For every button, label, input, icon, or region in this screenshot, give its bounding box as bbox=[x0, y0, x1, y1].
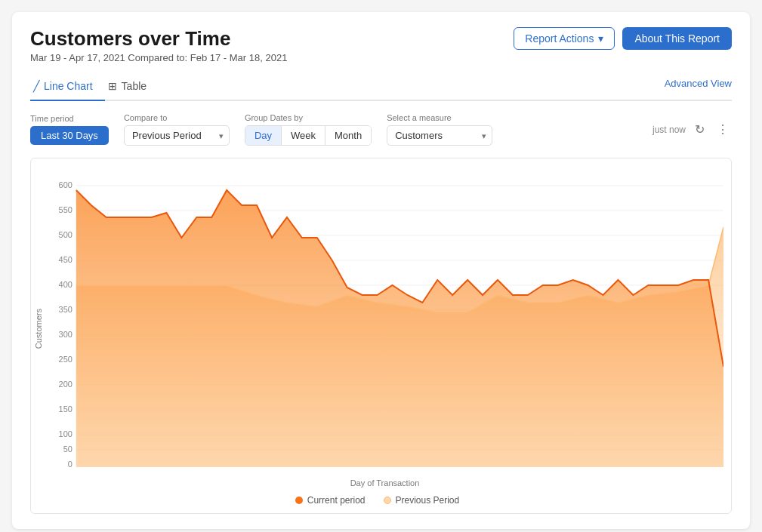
chart-svg: 600 550 500 450 400 350 300 250 200 150 … bbox=[46, 171, 723, 472]
refresh-button[interactable]: ↻ bbox=[692, 121, 708, 138]
report-actions-label: Report Actions bbox=[525, 32, 594, 45]
previous-period-dot bbox=[384, 497, 391, 504]
compare-to-group: Compare to Previous Period No Comparison… bbox=[124, 113, 230, 146]
current-period-dot bbox=[295, 497, 303, 504]
compare-to-label: Compare to bbox=[124, 113, 230, 122]
compare-to-select[interactable]: Previous Period No Comparison bbox=[124, 125, 230, 146]
page-container: Customers over Time Mar 19 - Apr 17, 202… bbox=[12, 12, 750, 529]
about-report-label: About This Report bbox=[634, 32, 720, 45]
svg-text:450: 450 bbox=[59, 255, 72, 264]
svg-text:200: 200 bbox=[59, 380, 72, 389]
advanced-view-link[interactable]: Advanced View bbox=[665, 78, 732, 97]
table-icon: ⊞ bbox=[108, 80, 117, 92]
svg-text:600: 600 bbox=[59, 180, 72, 189]
x-axis-label: Day of Transaction bbox=[46, 478, 723, 487]
more-options-button[interactable]: ⋮ bbox=[714, 121, 732, 138]
time-period-group: Time period Last 30 Days bbox=[30, 114, 109, 145]
tabs: ╱ Line Chart ⊞ Table bbox=[30, 74, 159, 100]
measure-label: Select a measure bbox=[387, 113, 492, 122]
title-section: Customers over Time Mar 19 - Apr 17, 202… bbox=[30, 27, 287, 63]
legend-previous: Previous Period bbox=[384, 495, 460, 506]
chart-content: 600 550 500 450 400 350 300 250 200 150 … bbox=[46, 171, 723, 487]
line-chart-icon: ╱ bbox=[33, 80, 39, 92]
svg-marker-26 bbox=[76, 190, 723, 467]
compare-to-select-wrapper: Previous Period No Comparison ▾ bbox=[124, 125, 230, 146]
measure-group: Select a measure Customers Revenue Order… bbox=[387, 113, 492, 146]
svg-text:100: 100 bbox=[59, 429, 72, 438]
chart-legend: Current period Previous Period bbox=[31, 495, 723, 506]
svg-text:400: 400 bbox=[59, 280, 72, 289]
about-report-button[interactable]: About This Report bbox=[622, 27, 732, 50]
svg-text:550: 550 bbox=[59, 205, 72, 214]
chart-inner: Customers bbox=[31, 171, 723, 487]
group-dates-group: Group Dates by Day Week Month bbox=[245, 113, 372, 146]
previous-period-label: Previous Period bbox=[396, 495, 460, 506]
svg-text:0: 0 bbox=[68, 460, 72, 469]
group-dates-label: Group Dates by bbox=[245, 113, 372, 122]
measure-select[interactable]: Customers Revenue Orders bbox=[387, 125, 492, 146]
svg-text:350: 350 bbox=[59, 305, 72, 314]
header-row: Customers over Time Mar 19 - Apr 17, 202… bbox=[30, 27, 732, 63]
svg-text:50: 50 bbox=[63, 444, 72, 454]
time-period-label: Time period bbox=[30, 114, 109, 123]
svg-text:250: 250 bbox=[59, 355, 72, 364]
report-actions-button[interactable]: Report Actions ▾ bbox=[514, 27, 615, 50]
chevron-down-icon: ▾ bbox=[598, 32, 603, 45]
y-axis-label: Customers bbox=[31, 309, 46, 349]
time-period-button[interactable]: Last 30 Days bbox=[30, 126, 109, 145]
tab-line-chart-label: Line Chart bbox=[44, 80, 93, 92]
svg-text:300: 300 bbox=[59, 330, 72, 339]
controls-right: just now ↻ ⋮ bbox=[652, 121, 732, 138]
group-month-button[interactable]: Month bbox=[325, 126, 371, 145]
tab-table-label: Table bbox=[122, 80, 147, 92]
group-dates-buttons: Day Week Month bbox=[245, 125, 372, 146]
subtitle: Mar 19 - Apr 17, 2021 Compared to: Feb 1… bbox=[30, 52, 287, 63]
refresh-icon: ↻ bbox=[695, 123, 705, 136]
svg-text:500: 500 bbox=[59, 230, 72, 239]
controls-row: Time period Last 30 Days Compare to Prev… bbox=[30, 113, 732, 146]
measure-select-wrapper: Customers Revenue Orders ▾ bbox=[387, 125, 492, 146]
chart-area: Customers bbox=[30, 158, 732, 514]
tabs-row: ╱ Line Chart ⊞ Table Advanced View bbox=[30, 74, 732, 101]
more-options-icon: ⋮ bbox=[717, 123, 729, 136]
page-title: Customers over Time bbox=[30, 27, 287, 51]
tab-line-chart[interactable]: ╱ Line Chart bbox=[30, 74, 105, 101]
legend-current: Current period bbox=[295, 495, 366, 506]
svg-text:150: 150 bbox=[59, 404, 72, 414]
tab-table[interactable]: ⊞ Table bbox=[105, 74, 159, 101]
group-week-button[interactable]: Week bbox=[282, 126, 325, 145]
current-period-label: Current period bbox=[307, 495, 366, 506]
group-day-button[interactable]: Day bbox=[245, 126, 282, 145]
last-updated-text: just now bbox=[652, 125, 686, 135]
header-buttons: Report Actions ▾ About This Report bbox=[514, 27, 732, 50]
